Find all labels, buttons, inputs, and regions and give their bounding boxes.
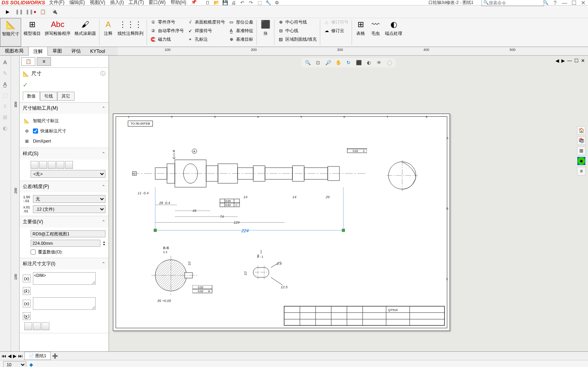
style-btn-5[interactable]: [65, 161, 73, 169]
note-button[interactable]: A 注释: [101, 18, 115, 47]
dim-r125[interactable]: 12.5: [281, 285, 288, 289]
command-search[interactable]: 🔍 🔍: [481, 0, 544, 6]
dim-10b[interactable]: 10: [243, 271, 247, 275]
dim-text-above[interactable]: <DIM>: [33, 272, 96, 285]
accept-button[interactable]: ✓: [20, 80, 109, 90]
tab-annotation[interactable]: 注解: [28, 47, 48, 56]
drawing-canvas[interactable]: 🔍 ⊡ 🔎 ✋ ↻ ⬛ ◐ 👁 ◯ ◀ ▶ — ☐ ✕ 1 2 3 4 5: [109, 56, 588, 351]
menu-window[interactable]: 窗口(W): [149, 0, 165, 6]
model-state-icon[interactable]: ◆: [29, 362, 33, 367]
home-icon[interactable]: 🏠: [577, 126, 586, 135]
minimize-button[interactable]: —: [561, 0, 568, 5]
caterpillar-button[interactable]: 〰 毛虫: [368, 18, 383, 47]
justify-right-icon[interactable]: [42, 322, 49, 330]
search-go-icon[interactable]: 🔍: [543, 0, 548, 5]
pause-button[interactable]: ❚❚: [15, 7, 24, 16]
collapse-icon[interactable]: ⌃: [102, 151, 105, 157]
precision-select[interactable]: .12 (文件): [33, 205, 105, 213]
drawing-sheet[interactable]: 1 2 3 4 5 6 7 8 A B C TO-50-00TEB: [113, 114, 450, 331]
magnetic-line-button[interactable]: 🧲磁力线: [149, 35, 185, 43]
linear-pattern-button[interactable]: ⋮⋮⋮ 线性注释阵列: [116, 18, 145, 47]
dim-5[interactable]: 5: [257, 254, 259, 258]
text-below-icon[interactable]: (x): [23, 300, 31, 307]
menu-help[interactable]: 帮助(H): [171, 0, 187, 6]
help-icon[interactable]: ⓘ: [100, 70, 105, 77]
menu-pin-icon[interactable]: 📌: [191, 0, 197, 6]
style-btn-4[interactable]: [56, 161, 64, 169]
tool4-icon[interactable]: ⬚: [1, 91, 9, 99]
new-icon[interactable]: 🗋: [205, 0, 211, 6]
print-icon[interactable]: 🖨: [230, 0, 237, 6]
end-treatment-button[interactable]: ◐ 端点处理: [383, 18, 404, 47]
redo-icon[interactable]: ↷: [248, 0, 254, 6]
justify-center-icon[interactable]: [33, 322, 41, 330]
collapse-icon[interactable]: ⌃: [102, 261, 105, 267]
tab-sketch[interactable]: 草图: [48, 47, 67, 56]
dim-11[interactable]: 11 -0.4: [138, 191, 149, 195]
tool2-icon[interactable]: ✎: [1, 69, 9, 78]
rapid-dim-checkbox[interactable]: [33, 128, 38, 134]
dim-text-below[interactable]: [33, 297, 96, 310]
dim-14b[interactable]: 14: [292, 195, 296, 199]
area-hatch-button[interactable]: ▨区域剖面线/填充: [276, 35, 318, 43]
restore-view-icon[interactable]: ☐: [574, 58, 579, 63]
dim-26[interactable]: 26: [326, 195, 330, 199]
tab-view-layout[interactable]: 视图布局: [0, 47, 28, 56]
feature-tree-tab[interactable]: 📋: [21, 57, 35, 66]
sheet-nav-next[interactable]: ▶: [13, 353, 16, 359]
display-style-icon[interactable]: ⬛: [355, 59, 363, 67]
tolerance-select[interactable]: 无: [33, 195, 105, 203]
close-button[interactable]: ✕: [580, 0, 586, 5]
geo-tolerance-button[interactable]: ▭形位公差: [227, 18, 255, 26]
addon-icon[interactable]: 🔌: [50, 7, 59, 16]
sheet-tab-1[interactable]: 📄 图纸1: [24, 352, 51, 360]
rotate-icon[interactable]: ↻: [345, 59, 352, 67]
menu-tools[interactable]: 工具(T): [129, 0, 144, 6]
select-icon[interactable]: ⬚: [256, 0, 263, 6]
tab-kytool[interactable]: KYTool: [85, 47, 110, 55]
add-sheet-icon[interactable]: ➕: [52, 353, 58, 359]
record-button[interactable]: ❚❚●: [27, 7, 35, 16]
views-palette-icon[interactable]: ⊞: [577, 146, 586, 155]
dimxpert-option[interactable]: ⊞ DimXpert: [23, 136, 105, 146]
rebuild-icon[interactable]: 🔧: [265, 0, 271, 6]
balloon-button[interactable]: ①零件序号: [149, 18, 185, 26]
sheet-nav-prev[interactable]: ◀: [8, 353, 11, 359]
search-input[interactable]: [489, 0, 543, 5]
subtab-value[interactable]: 数值: [23, 92, 40, 101]
close-view-icon[interactable]: ✕: [581, 58, 585, 63]
menu-insert[interactable]: 插入(I): [110, 0, 124, 6]
section-head-tol[interactable]: 公差/精度(P) ⌃: [20, 181, 109, 192]
text-center-icon[interactable]: (x̄): [23, 287, 31, 295]
menu-file[interactable]: 文件(F): [49, 0, 64, 6]
section-head-style[interactable]: 样式(S) ⌃: [20, 148, 109, 159]
menu-view[interactable]: 视图(V): [90, 0, 105, 6]
property-tab[interactable]: ≡: [37, 57, 51, 66]
centerline-button[interactable]: ⊟中心线: [276, 27, 318, 34]
smart-dim-option[interactable]: 📐 智能尺寸标注: [23, 116, 105, 126]
section-head-dimtext[interactable]: 标注尺寸文字(I) ⌃: [20, 258, 109, 269]
save-icon[interactable]: 💾: [222, 0, 228, 6]
section-head-aux[interactable]: 尺寸辅助工具(M) ⌃: [20, 103, 109, 114]
maximize-button[interactable]: ☐: [571, 0, 577, 5]
zoom-icon[interactable]: 🔎: [324, 59, 332, 67]
revision-symbol-button[interactable]: △修订符号: [322, 18, 350, 26]
undo-icon[interactable]: ↶: [239, 0, 245, 6]
collapse-icon[interactable]: ⌃: [102, 106, 105, 111]
override-checkbox[interactable]: [31, 249, 36, 255]
datum-feature-button[interactable]: A̲基准特征: [227, 27, 255, 34]
zoom-fit-icon[interactable]: 🔍: [304, 59, 312, 67]
pan-icon[interactable]: ✋: [334, 59, 342, 67]
dim-10a[interactable]: 10: [187, 262, 191, 266]
sheet-nav-last[interactable]: ⏭: [18, 353, 23, 359]
dim-35[interactable]: 35 +0.05: [157, 299, 171, 303]
tool5-icon[interactable]: ◊: [1, 102, 9, 110]
dim-45[interactable]: 45: [192, 209, 196, 213]
dim-r28[interactable]: 2.8: [277, 262, 282, 266]
dim-129[interactable]: 129: [234, 221, 240, 224]
model-items-button[interactable]: ⊞ 模型项目: [22, 18, 42, 47]
rapid-dim-option[interactable]: ⊖ 快速标注尺寸: [23, 126, 105, 136]
style-btn-3[interactable]: [48, 161, 56, 169]
custom-props-icon[interactable]: ≡: [577, 167, 586, 175]
tab-evaluate[interactable]: 评估: [67, 47, 85, 56]
